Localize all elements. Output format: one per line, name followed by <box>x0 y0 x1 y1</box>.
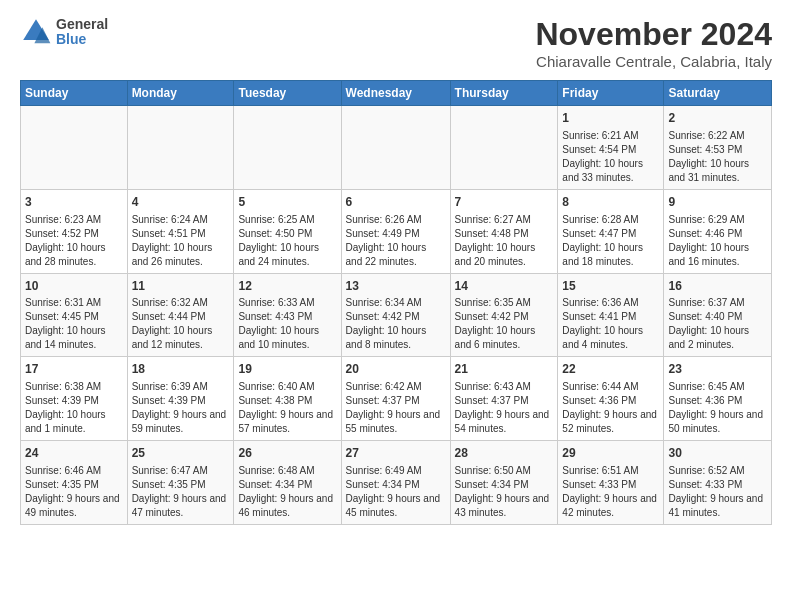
day-cell: 26Sunrise: 6:48 AM Sunset: 4:34 PM Dayli… <box>234 441 341 525</box>
logo-blue: Blue <box>56 32 108 47</box>
day-cell: 16Sunrise: 6:37 AM Sunset: 4:40 PM Dayli… <box>664 273 772 357</box>
day-number: 20 <box>346 361 446 378</box>
day-cell: 29Sunrise: 6:51 AM Sunset: 4:33 PM Dayli… <box>558 441 664 525</box>
day-number: 21 <box>455 361 554 378</box>
day-detail: Sunrise: 6:46 AM Sunset: 4:35 PM Dayligh… <box>25 464 123 520</box>
day-number: 15 <box>562 278 659 295</box>
day-detail: Sunrise: 6:51 AM Sunset: 4:33 PM Dayligh… <box>562 464 659 520</box>
calendar-table: SundayMondayTuesdayWednesdayThursdayFrid… <box>20 80 772 525</box>
day-number: 2 <box>668 110 767 127</box>
day-cell: 17Sunrise: 6:38 AM Sunset: 4:39 PM Dayli… <box>21 357 128 441</box>
day-cell <box>341 106 450 190</box>
day-detail: Sunrise: 6:36 AM Sunset: 4:41 PM Dayligh… <box>562 296 659 352</box>
page-title: November 2024 <box>535 16 772 53</box>
day-number: 26 <box>238 445 336 462</box>
week-row-2: 3Sunrise: 6:23 AM Sunset: 4:52 PM Daylig… <box>21 189 772 273</box>
day-cell: 9Sunrise: 6:29 AM Sunset: 4:46 PM Daylig… <box>664 189 772 273</box>
day-detail: Sunrise: 6:44 AM Sunset: 4:36 PM Dayligh… <box>562 380 659 436</box>
day-cell: 3Sunrise: 6:23 AM Sunset: 4:52 PM Daylig… <box>21 189 128 273</box>
day-cell: 20Sunrise: 6:42 AM Sunset: 4:37 PM Dayli… <box>341 357 450 441</box>
day-number: 16 <box>668 278 767 295</box>
week-row-1: 1Sunrise: 6:21 AM Sunset: 4:54 PM Daylig… <box>21 106 772 190</box>
day-number: 29 <box>562 445 659 462</box>
week-row-4: 17Sunrise: 6:38 AM Sunset: 4:39 PM Dayli… <box>21 357 772 441</box>
week-row-5: 24Sunrise: 6:46 AM Sunset: 4:35 PM Dayli… <box>21 441 772 525</box>
day-cell: 21Sunrise: 6:43 AM Sunset: 4:37 PM Dayli… <box>450 357 558 441</box>
day-number: 19 <box>238 361 336 378</box>
day-detail: Sunrise: 6:25 AM Sunset: 4:50 PM Dayligh… <box>238 213 336 269</box>
day-number: 7 <box>455 194 554 211</box>
day-cell: 25Sunrise: 6:47 AM Sunset: 4:35 PM Dayli… <box>127 441 234 525</box>
header: General Blue November 2024 Chiaravalle C… <box>20 16 772 70</box>
day-number: 13 <box>346 278 446 295</box>
day-number: 11 <box>132 278 230 295</box>
day-detail: Sunrise: 6:48 AM Sunset: 4:34 PM Dayligh… <box>238 464 336 520</box>
day-cell: 22Sunrise: 6:44 AM Sunset: 4:36 PM Dayli… <box>558 357 664 441</box>
day-cell: 18Sunrise: 6:39 AM Sunset: 4:39 PM Dayli… <box>127 357 234 441</box>
day-detail: Sunrise: 6:43 AM Sunset: 4:37 PM Dayligh… <box>455 380 554 436</box>
day-number: 4 <box>132 194 230 211</box>
day-cell: 15Sunrise: 6:36 AM Sunset: 4:41 PM Dayli… <box>558 273 664 357</box>
day-detail: Sunrise: 6:29 AM Sunset: 4:46 PM Dayligh… <box>668 213 767 269</box>
day-number: 28 <box>455 445 554 462</box>
day-cell: 23Sunrise: 6:45 AM Sunset: 4:36 PM Dayli… <box>664 357 772 441</box>
day-detail: Sunrise: 6:35 AM Sunset: 4:42 PM Dayligh… <box>455 296 554 352</box>
day-detail: Sunrise: 6:26 AM Sunset: 4:49 PM Dayligh… <box>346 213 446 269</box>
day-detail: Sunrise: 6:42 AM Sunset: 4:37 PM Dayligh… <box>346 380 446 436</box>
day-cell: 28Sunrise: 6:50 AM Sunset: 4:34 PM Dayli… <box>450 441 558 525</box>
day-number: 18 <box>132 361 230 378</box>
day-cell: 1Sunrise: 6:21 AM Sunset: 4:54 PM Daylig… <box>558 106 664 190</box>
day-detail: Sunrise: 6:39 AM Sunset: 4:39 PM Dayligh… <box>132 380 230 436</box>
day-cell: 27Sunrise: 6:49 AM Sunset: 4:34 PM Dayli… <box>341 441 450 525</box>
day-cell: 8Sunrise: 6:28 AM Sunset: 4:47 PM Daylig… <box>558 189 664 273</box>
day-detail: Sunrise: 6:34 AM Sunset: 4:42 PM Dayligh… <box>346 296 446 352</box>
col-header-friday: Friday <box>558 81 664 106</box>
day-detail: Sunrise: 6:45 AM Sunset: 4:36 PM Dayligh… <box>668 380 767 436</box>
day-detail: Sunrise: 6:38 AM Sunset: 4:39 PM Dayligh… <box>25 380 123 436</box>
day-cell <box>21 106 128 190</box>
day-number: 25 <box>132 445 230 462</box>
day-detail: Sunrise: 6:47 AM Sunset: 4:35 PM Dayligh… <box>132 464 230 520</box>
day-detail: Sunrise: 6:40 AM Sunset: 4:38 PM Dayligh… <box>238 380 336 436</box>
col-header-monday: Monday <box>127 81 234 106</box>
day-cell: 13Sunrise: 6:34 AM Sunset: 4:42 PM Dayli… <box>341 273 450 357</box>
day-cell: 11Sunrise: 6:32 AM Sunset: 4:44 PM Dayli… <box>127 273 234 357</box>
day-cell: 4Sunrise: 6:24 AM Sunset: 4:51 PM Daylig… <box>127 189 234 273</box>
logo-icon <box>20 16 52 48</box>
day-cell: 12Sunrise: 6:33 AM Sunset: 4:43 PM Dayli… <box>234 273 341 357</box>
col-header-sunday: Sunday <box>21 81 128 106</box>
day-cell: 14Sunrise: 6:35 AM Sunset: 4:42 PM Dayli… <box>450 273 558 357</box>
day-number: 30 <box>668 445 767 462</box>
day-detail: Sunrise: 6:27 AM Sunset: 4:48 PM Dayligh… <box>455 213 554 269</box>
calendar-header-row: SundayMondayTuesdayWednesdayThursdayFrid… <box>21 81 772 106</box>
day-cell <box>234 106 341 190</box>
day-detail: Sunrise: 6:37 AM Sunset: 4:40 PM Dayligh… <box>668 296 767 352</box>
col-header-tuesday: Tuesday <box>234 81 341 106</box>
title-block: November 2024 Chiaravalle Centrale, Cala… <box>535 16 772 70</box>
logo-general: General <box>56 17 108 32</box>
day-cell: 24Sunrise: 6:46 AM Sunset: 4:35 PM Dayli… <box>21 441 128 525</box>
col-header-saturday: Saturday <box>664 81 772 106</box>
col-header-thursday: Thursday <box>450 81 558 106</box>
day-number: 8 <box>562 194 659 211</box>
day-detail: Sunrise: 6:33 AM Sunset: 4:43 PM Dayligh… <box>238 296 336 352</box>
day-number: 5 <box>238 194 336 211</box>
col-header-wednesday: Wednesday <box>341 81 450 106</box>
day-detail: Sunrise: 6:31 AM Sunset: 4:45 PM Dayligh… <box>25 296 123 352</box>
day-number: 3 <box>25 194 123 211</box>
day-number: 14 <box>455 278 554 295</box>
day-number: 9 <box>668 194 767 211</box>
page-subtitle: Chiaravalle Centrale, Calabria, Italy <box>535 53 772 70</box>
day-number: 27 <box>346 445 446 462</box>
day-detail: Sunrise: 6:24 AM Sunset: 4:51 PM Dayligh… <box>132 213 230 269</box>
day-cell: 10Sunrise: 6:31 AM Sunset: 4:45 PM Dayli… <box>21 273 128 357</box>
logo-text: General Blue <box>56 17 108 48</box>
day-cell: 30Sunrise: 6:52 AM Sunset: 4:33 PM Dayli… <box>664 441 772 525</box>
day-number: 10 <box>25 278 123 295</box>
day-cell: 6Sunrise: 6:26 AM Sunset: 4:49 PM Daylig… <box>341 189 450 273</box>
day-number: 17 <box>25 361 123 378</box>
page: General Blue November 2024 Chiaravalle C… <box>0 0 792 537</box>
day-number: 23 <box>668 361 767 378</box>
day-number: 1 <box>562 110 659 127</box>
logo: General Blue <box>20 16 108 48</box>
